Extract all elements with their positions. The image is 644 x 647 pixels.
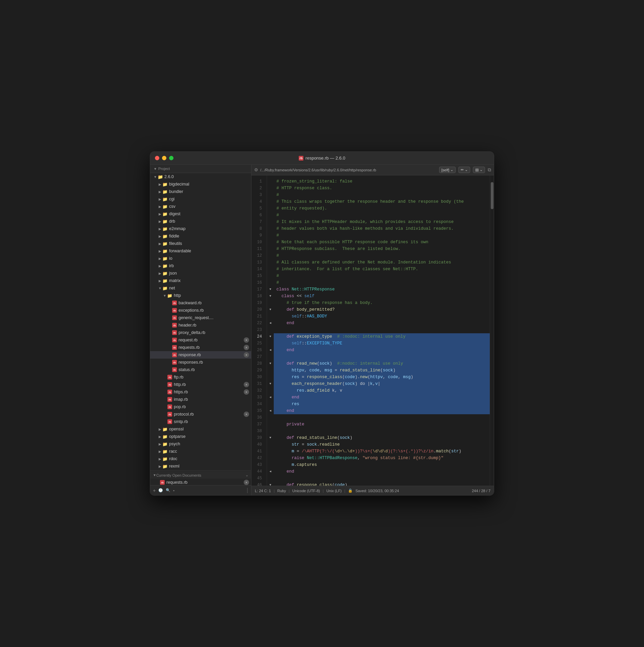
close-badge[interactable]: ×: [244, 480, 249, 485]
sidebar-item-header-rb[interactable]: ▶ rb header.rb: [150, 321, 251, 329]
code-line: # true if the response has a body.: [274, 300, 490, 306]
folder-icon: 📁: [162, 226, 168, 231]
scrollbar-thumb[interactable]: [491, 182, 493, 209]
sidebar-item-response-rb[interactable]: ▶ rb response.rb ×: [150, 351, 251, 359]
layout-button[interactable]: ▪: [173, 488, 175, 493]
line-col-indicator: L: 24 C: 1: [255, 489, 271, 493]
sidebar-item-openssl[interactable]: ▶ 📁 openssl: [150, 425, 251, 433]
sidebar-item-label: optparse: [169, 434, 186, 439]
sidebar-item-pop-rb[interactable]: ▶ rb pop.rb: [150, 403, 251, 411]
language-indicator[interactable]: Ruby: [277, 489, 286, 493]
sidebar-item-racc[interactable]: ▶ 📁 racc: [150, 448, 251, 455]
sidebar-item-root[interactable]: ▼ 📁 2.6.0: [150, 173, 251, 180]
code-line: raise Net::HTTPBadResponse, "wrong statu…: [274, 455, 490, 461]
fold-column: ▼ ▼ ▼ ◀ ▼ ◀ ▼ ▼ ◀: [267, 175, 274, 486]
editor-scrollbar[interactable]: [490, 175, 494, 486]
sidebar-item-fileutils[interactable]: ▶ 📁 fileutils: [150, 240, 251, 247]
sidebar-item-net[interactable]: ▼ 📁 net: [150, 284, 251, 292]
sidebar-item-request-rb[interactable]: ▶ rb request.rb ×: [150, 336, 251, 344]
sidebar-item-backward-rb[interactable]: ▶ rb backward.rb: [150, 299, 251, 307]
sidebar-item-label: http.rb: [174, 382, 186, 387]
sidebar-item-label: imap.rb: [174, 397, 188, 402]
open-docs-label: Currently Open Documents: [156, 473, 245, 477]
sidebar-item-ftp-rb[interactable]: ▶ rb ftp.rb: [150, 373, 251, 381]
search-button[interactable]: 🔍: [166, 488, 170, 493]
close-badge[interactable]: ×: [244, 382, 249, 387]
close-badge[interactable]: ×: [244, 412, 249, 417]
sidebar-collapse-arrow[interactable]: ▼: [154, 167, 157, 171]
scope-button[interactable]: [self] ⌄: [439, 167, 456, 173]
line-ending-indicator[interactable]: Unix (LF): [326, 489, 342, 493]
sidebar-item-rexml[interactable]: ▶ 📁 rexml: [150, 462, 251, 470]
sidebar-item-imap-rb[interactable]: ▶ rb imap.rb: [150, 396, 251, 403]
editor-toolbar: ⚙ /.../Ruby.framework/Versions/2.6/usr/l…: [251, 165, 494, 175]
sidebar-open-requests-rb[interactable]: ▶ rb requests.rb ×: [150, 479, 251, 485]
close-badge[interactable]: ×: [244, 389, 249, 395]
sidebar-item-drb[interactable]: ▶ 📁 drb: [150, 218, 251, 225]
add-button[interactable]: +: [153, 488, 156, 493]
statusbar: L: 24 C: 1 | Ruby | Unicode (UTF-8) | Un…: [251, 486, 494, 495]
sidebar-item-optparse[interactable]: ▶ 📁 optparse: [150, 433, 251, 440]
sidebar-item-io[interactable]: ▶ 📁 io: [150, 255, 251, 262]
folder-icon: 📁: [162, 189, 168, 194]
gear-icon[interactable]: ⚙: [254, 167, 258, 172]
sidebar-item-matrix[interactable]: ▶ 📁 matrix: [150, 277, 251, 284]
arrow-icon: ▶: [158, 442, 162, 446]
sidebar-item-http-rb[interactable]: ▶ rb http.rb ×: [150, 381, 251, 388]
sidebar-item-http[interactable]: ▼ 📁 http: [150, 292, 251, 299]
sidebar-item-rdoc[interactable]: ▶ 📁 rdoc: [150, 455, 251, 462]
sidebar-item-label: fileutils: [169, 241, 182, 246]
sidebar-item-smtp-rb[interactable]: ▶ rb smtp.rb: [150, 418, 251, 425]
sidebar-item-generic-request-rb[interactable]: ▶ rb generic_request....: [150, 314, 251, 321]
sidebar-item-proxy-delta-rb[interactable]: ▶ rb proxy_delta.rb: [150, 329, 251, 336]
sidebar-item-responses-rb[interactable]: ▶ rb responses.rb: [150, 359, 251, 366]
encoding-indicator[interactable]: Unicode (UTF-8): [292, 489, 320, 493]
close-badge[interactable]: ×: [244, 345, 249, 350]
sidebar-root-label: 2.6.0: [164, 174, 174, 179]
maximize-button[interactable]: [169, 156, 173, 160]
arrow-icon: ▶: [158, 272, 162, 275]
sidebar-item-requests-rb[interactable]: ▶ rb requests.rb ×: [150, 344, 251, 351]
minimize-button[interactable]: [162, 156, 166, 160]
sidebar-item-digest[interactable]: ▶ 📁 digest: [150, 210, 251, 218]
code-line: # HTTPResponse subclass. These are liste…: [274, 246, 490, 252]
sidebar-item-label: openssl: [169, 427, 184, 431]
arrow-icon: ▶: [158, 212, 162, 216]
sidebar-item-label: irb: [169, 263, 174, 268]
rb-file-icon: rb: [160, 480, 165, 485]
close-badge[interactable]: ×: [244, 352, 249, 358]
sidebar-item-label: request.rb: [179, 338, 197, 342]
title-text: response.rb — 2.6.0: [305, 156, 345, 161]
sidebar-item-protocol-rb[interactable]: ▶ rb protocol.rb ×: [150, 411, 251, 418]
sidebar-item-irb[interactable]: ▶ 📁 irb: [150, 262, 251, 270]
sidebar-item-exceptions-rb[interactable]: ▶ rb exceptions.rb: [150, 307, 251, 314]
code-line: #: [274, 212, 490, 219]
sidebar-item-e2mmap[interactable]: ▶ 📁 e2mmap: [150, 225, 251, 232]
sidebar-item-bigdecimal[interactable]: ▶ 📁 bigdecimal: [150, 180, 251, 188]
close-badge[interactable]: ×: [244, 337, 249, 343]
sidebar-item-status-rb[interactable]: ▶ rb status.rb: [150, 366, 251, 373]
code-line-33: end: [274, 394, 490, 401]
open-docs-section-header[interactable]: ▼ Currently Open Documents ⌄: [150, 472, 251, 479]
sidebar-item-psych[interactable]: ▶ 📁 psych: [150, 440, 251, 448]
pen-button[interactable]: ✏ ⌄: [458, 167, 470, 173]
layout-button[interactable]: ▤ ⌄: [473, 167, 485, 173]
folder-icon: 📁: [162, 256, 168, 261]
sidebar-item-https-rb[interactable]: ▶ rb https.rb ×: [150, 388, 251, 396]
sidebar-item-bundler[interactable]: ▶ 📁 bundler: [150, 188, 251, 195]
resize-handle[interactable]: [246, 486, 248, 495]
copy-icon[interactable]: ⧉: [488, 167, 491, 173]
close-button[interactable]: [155, 156, 159, 160]
code-line: [274, 475, 490, 482]
sidebar-item-csv[interactable]: ▶ 📁 csv: [150, 203, 251, 210]
history-button[interactable]: 🕐: [158, 488, 163, 493]
sidebar-item-forwardable[interactable]: ▶ 📁 forwardable: [150, 247, 251, 255]
sidebar-item-cgi[interactable]: ▶ 📁 cgi: [150, 195, 251, 203]
sidebar-item-fiddle[interactable]: ▶ 📁 fiddle: [150, 232, 251, 240]
sidebar-tree[interactable]: ▼ 📁 2.6.0 ▶ 📁 bigdecimal ▶ 📁 bundler ▶: [150, 173, 251, 485]
code-editor[interactable]: 1 2 3 4 5 6 7 8 9 10 11 12 13 14 15 16 1: [251, 175, 494, 486]
code-line-30: res = response_class(code).new(httpv, co…: [274, 374, 490, 381]
sidebar-item-json[interactable]: ▶ 📁 json: [150, 270, 251, 277]
rb-file-icon: rb: [167, 397, 172, 402]
code-content[interactable]: # frozen_string_literal: false # HTTP re…: [274, 175, 490, 486]
